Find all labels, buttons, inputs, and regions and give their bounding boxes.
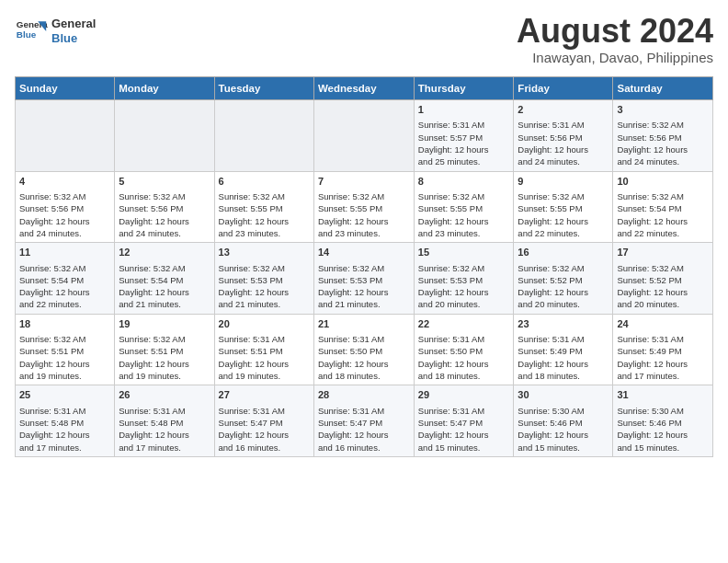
cell-info-line: Sunset: 5:50 PM: [418, 345, 510, 357]
cell-info-line: and 16 minutes.: [219, 442, 310, 454]
day-number: 20: [219, 317, 310, 331]
cell-info-line: Daylight: 12 hours: [19, 429, 110, 441]
cell-info-line: and 19 minutes.: [19, 370, 110, 382]
cell-info-line: Daylight: 12 hours: [518, 286, 609, 298]
weekday-header-tuesday: Tuesday: [214, 77, 313, 100]
day-number: 25: [19, 388, 110, 402]
calendar-cell: 9Sunrise: 5:32 AMSunset: 5:55 PMDaylight…: [514, 171, 613, 243]
cell-info-line: Sunrise: 5:31 AM: [518, 333, 609, 345]
cell-info-line: Sunset: 5:50 PM: [318, 345, 410, 357]
cell-info-line: Sunset: 5:53 PM: [219, 274, 310, 286]
cell-info-line: Daylight: 12 hours: [518, 358, 609, 370]
calendar-cell: 12Sunrise: 5:32 AMSunset: 5:54 PMDayligh…: [115, 243, 214, 315]
logo-text-line1: General: [51, 17, 96, 31]
cell-info-line: Sunset: 5:53 PM: [318, 274, 410, 286]
cell-info-line: Sunrise: 5:31 AM: [19, 405, 110, 417]
calendar-cell: 24Sunrise: 5:31 AMSunset: 5:49 PMDayligh…: [613, 314, 713, 385]
cell-info-line: and 24 minutes.: [518, 155, 609, 167]
cell-info-line: Sunrise: 5:32 AM: [19, 333, 110, 345]
calendar-cell: 20Sunrise: 5:31 AMSunset: 5:51 PMDayligh…: [214, 314, 313, 385]
cell-info-line: and 15 minutes.: [518, 442, 609, 454]
cell-info-line: and 17 minutes.: [19, 442, 110, 454]
day-number: 4: [19, 175, 110, 189]
cell-info-line: Daylight: 12 hours: [19, 215, 110, 227]
day-number: 8: [418, 175, 510, 189]
cell-info-line: Daylight: 12 hours: [318, 286, 410, 298]
calendar-cell: [313, 100, 414, 172]
calendar-cell: 18Sunrise: 5:32 AMSunset: 5:51 PMDayligh…: [16, 314, 115, 385]
weekday-header-row: SundayMondayTuesdayWednesdayThursdayFrid…: [16, 77, 713, 100]
cell-info-line: Sunrise: 5:32 AM: [318, 262, 410, 274]
cell-info-line: Sunrise: 5:31 AM: [418, 333, 510, 345]
day-number: 27: [219, 388, 310, 402]
day-number: 26: [119, 388, 210, 402]
cell-info-line: Sunset: 5:46 PM: [617, 417, 709, 429]
cell-info-line: Sunset: 5:53 PM: [418, 274, 510, 286]
cell-info-line: and 20 minutes.: [617, 298, 709, 310]
cell-info-line: Daylight: 12 hours: [318, 358, 410, 370]
weekday-header-friday: Friday: [514, 77, 613, 100]
cell-info-line: Sunset: 5:54 PM: [119, 274, 210, 286]
calendar-cell: 7Sunrise: 5:32 AMSunset: 5:55 PMDaylight…: [313, 171, 414, 243]
day-number: 14: [318, 246, 410, 259]
calendar-cell: [214, 100, 313, 172]
calendar-cell: 23Sunrise: 5:31 AMSunset: 5:49 PMDayligh…: [514, 314, 613, 385]
calendar-cell: 16Sunrise: 5:32 AMSunset: 5:52 PMDayligh…: [514, 243, 613, 315]
logo: General Blue General Blue: [15, 15, 96, 48]
cell-info-line: Sunset: 5:57 PM: [418, 132, 510, 144]
calendar-cell: 25Sunrise: 5:31 AMSunset: 5:48 PMDayligh…: [16, 385, 115, 457]
calendar-cell: 31Sunrise: 5:30 AMSunset: 5:46 PMDayligh…: [613, 385, 713, 457]
cell-info-line: Daylight: 12 hours: [119, 429, 210, 441]
week-row-3: 11Sunrise: 5:32 AMSunset: 5:54 PMDayligh…: [16, 243, 713, 315]
cell-info-line: Sunrise: 5:31 AM: [219, 333, 310, 345]
cell-info-line: Sunset: 5:51 PM: [119, 345, 210, 357]
day-number: 7: [318, 175, 410, 189]
calendar-cell: 14Sunrise: 5:32 AMSunset: 5:53 PMDayligh…: [313, 243, 414, 315]
week-row-1: 1Sunrise: 5:31 AMSunset: 5:57 PMDaylight…: [16, 100, 713, 172]
cell-info-line: Sunrise: 5:31 AM: [617, 333, 709, 345]
cell-info-line: Sunrise: 5:32 AM: [19, 190, 110, 202]
week-row-2: 4Sunrise: 5:32 AMSunset: 5:56 PMDaylight…: [16, 171, 713, 243]
cell-info-line: Daylight: 12 hours: [318, 429, 410, 441]
cell-info-line: Daylight: 12 hours: [219, 286, 310, 298]
day-number: 1: [418, 103, 510, 117]
calendar-table: SundayMondayTuesdayWednesdayThursdayFrid…: [15, 76, 713, 457]
cell-info-line: Sunrise: 5:32 AM: [518, 190, 609, 202]
cell-info-line: Sunrise: 5:32 AM: [119, 333, 210, 345]
cell-info-line: and 19 minutes.: [219, 370, 310, 382]
cell-info-line: and 24 minutes.: [617, 155, 709, 167]
day-number: 28: [318, 388, 410, 402]
cell-info-line: Sunset: 5:47 PM: [318, 417, 410, 429]
day-number: 10: [617, 175, 709, 189]
day-number: 21: [318, 317, 410, 331]
day-number: 5: [119, 175, 210, 189]
day-number: 2: [518, 103, 609, 117]
day-number: 15: [418, 246, 510, 259]
day-number: 23: [518, 317, 609, 331]
calendar-cell: 2Sunrise: 5:31 AMSunset: 5:56 PMDaylight…: [514, 100, 613, 172]
cell-info-line: Sunrise: 5:32 AM: [318, 190, 410, 202]
cell-info-line: Sunset: 5:56 PM: [19, 202, 110, 214]
day-number: 11: [19, 246, 110, 259]
cell-info-line: Sunrise: 5:32 AM: [418, 190, 510, 202]
calendar-cell: 4Sunrise: 5:32 AMSunset: 5:56 PMDaylight…: [16, 171, 115, 243]
cell-info-line: and 18 minutes.: [318, 370, 410, 382]
cell-info-line: Sunset: 5:52 PM: [617, 274, 709, 286]
day-number: 19: [119, 317, 210, 331]
cell-info-line: Daylight: 12 hours: [119, 215, 210, 227]
cell-info-line: Daylight: 12 hours: [219, 429, 310, 441]
day-number: 31: [617, 388, 709, 402]
calendar-cell: 27Sunrise: 5:31 AMSunset: 5:47 PMDayligh…: [214, 385, 313, 457]
day-number: 22: [418, 317, 510, 331]
cell-info-line: Sunset: 5:56 PM: [617, 132, 709, 144]
calendar-cell: 28Sunrise: 5:31 AMSunset: 5:47 PMDayligh…: [313, 385, 414, 457]
day-number: 17: [617, 246, 709, 259]
cell-info-line: and 23 minutes.: [318, 227, 410, 239]
cell-info-line: and 17 minutes.: [119, 442, 210, 454]
week-row-5: 25Sunrise: 5:31 AMSunset: 5:48 PMDayligh…: [16, 385, 713, 457]
cell-info-line: Sunrise: 5:32 AM: [518, 262, 609, 274]
cell-info-line: and 16 minutes.: [318, 442, 410, 454]
logo-icon: General Blue: [15, 15, 48, 48]
day-number: 24: [617, 317, 709, 331]
day-number: 6: [219, 175, 310, 189]
